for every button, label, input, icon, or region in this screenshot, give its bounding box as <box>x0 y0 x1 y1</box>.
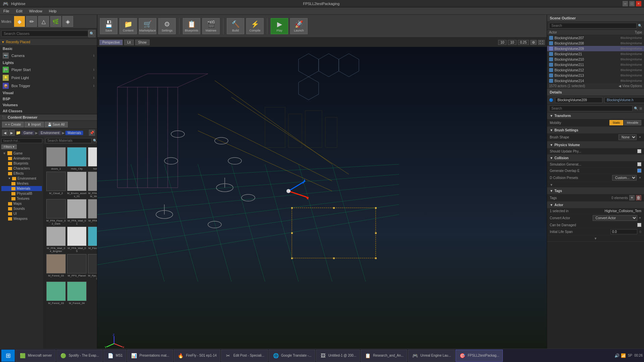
actor-name-input[interactable] <box>555 97 602 103</box>
sim-gen-checkbox[interactable] <box>637 162 641 166</box>
blueprints-btn[interactable]: 📋 Blueprints <box>183 18 200 34</box>
material-item-16[interactable]: M_Forest_03 <box>46 254 66 280</box>
static-mobility-btn[interactable]: Static <box>609 120 623 125</box>
tree-animations[interactable]: Animations <box>1 156 42 161</box>
recently-placed-header[interactable]: ▼ Recently Placed <box>1 40 96 45</box>
brush-shape-select[interactable]: None <box>619 134 637 140</box>
taskbar-research[interactable]: 📋 Research_and_An... <box>361 350 407 362</box>
can-be-damaged-checkbox[interactable] <box>637 223 641 227</box>
material-item-8[interactable]: M_FFA_Floor_02_Dark <box>46 199 66 225</box>
so-item-1[interactable]: BlockingVolume208 BlockingVolume <box>547 41 644 46</box>
import-btn[interactable]: ⬇ Import <box>24 122 44 127</box>
brush-settings-header[interactable]: ▼ Brush Settings <box>547 127 644 133</box>
so-item-0[interactable]: BlockingVolume207 BlockingVolume <box>547 35 644 41</box>
nav-forward-btn[interactable]: ▶ <box>9 130 15 136</box>
so-item-2[interactable]: BlockingVolume209 BlockingVolume <box>547 46 644 51</box>
show-btn[interactable]: Show <box>135 40 150 45</box>
category-basic[interactable]: Basic <box>0 46 97 52</box>
view-options-so[interactable]: ◀ View Options <box>619 84 642 88</box>
material-item-2[interactable]: holo_l1 <box>88 147 97 170</box>
taskbar-ms1[interactable]: 📄 MS1 <box>103 350 126 362</box>
nav-game[interactable]: Game <box>21 131 35 135</box>
initial-life-input[interactable] <box>610 229 637 234</box>
start-button[interactable]: ⊞ <box>1 350 15 362</box>
material-item-5[interactable]: M_Enviro_assets_01 <box>67 172 87 198</box>
physics-volume-header[interactable]: ▼ Physics Volume <box>547 142 644 148</box>
tree-blueprints[interactable]: Blueprints <box>1 161 42 166</box>
material-item-17[interactable]: M_FPS_Planet <box>67 254 87 280</box>
maximize-btn[interactable]: □ <box>629 1 635 6</box>
placed-item-point-light[interactable]: 💡 Point Light ℹ <box>0 74 97 82</box>
tree-materials[interactable]: Materials <box>1 186 42 191</box>
material-item-12[interactable]: M_FFA_Wall_04_Brighter <box>46 227 66 253</box>
tree-maps[interactable]: Maps <box>1 201 42 206</box>
so-item-7[interactable]: BlockingVolume213 BlockingVolume <box>547 73 644 78</box>
collision-expand-icon[interactable]: ▼ <box>550 183 553 187</box>
menu-file[interactable]: File <box>0 8 13 14</box>
tree-game[interactable]: ▼ Game <box>1 150 42 156</box>
category-visual[interactable]: Visual <box>0 90 97 96</box>
so-item-3[interactable]: BlockingVolume21 BlockingVolume <box>547 51 644 57</box>
taskbar-presentations[interactable]: 📊 Presentations mat... <box>127 350 173 362</box>
material-item-10[interactable]: M_FFA_Wall_04 <box>88 199 97 225</box>
taskbar-firefly[interactable]: 🔥 FireFly - S01 ep1-14 <box>174 350 220 362</box>
category-lights[interactable]: Lights <box>0 60 97 66</box>
tree-characters[interactable]: Characters <box>1 166 42 171</box>
so-item-4[interactable]: BlockingVolume210 BlockingVolume <box>547 57 644 62</box>
so-item-6[interactable]: BlockingVolume212 BlockingVolume <box>547 67 644 73</box>
so-item-8[interactable]: BlockingVolume214 BlockingVolume <box>547 78 644 83</box>
material-item-13[interactable]: M_FFA_Wall_05 <box>67 227 87 253</box>
tags-delete-btn[interactable]: 🗑 <box>636 195 641 200</box>
viewport[interactable]: Perspective Lit Show 10 10 0.25 ⚙ ⛶ <box>97 38 547 362</box>
search-materials-input[interactable] <box>46 138 92 143</box>
viewport-settings-btn[interactable]: ⚙ <box>530 40 537 45</box>
minimize-btn[interactable]: ─ <box>623 1 628 6</box>
category-volumes[interactable]: Volumes <box>0 102 97 108</box>
category-bsp[interactable]: BSP <box>0 96 97 102</box>
tree-ui[interactable]: UI <box>1 211 42 216</box>
taskbar-fpsll2[interactable]: 🎯 FPSLL2testPackag... <box>455 350 503 362</box>
mode-foliage-btn[interactable]: 🌿 <box>50 16 61 27</box>
search-folder-input[interactable] <box>1 138 42 143</box>
placed-item-player-start[interactable]: 🏁 Player Start ℹ <box>0 66 97 74</box>
tree-environment[interactable]: ▼ Environment <box>1 176 42 181</box>
material-item-20[interactable]: M_Forest_03 <box>46 282 66 305</box>
launch-btn[interactable]: 🚀 Launch <box>290 18 308 34</box>
viewport-maximize-btn[interactable]: ⛶ <box>538 40 545 45</box>
mode-landscape-btn[interactable]: △ <box>38 16 49 27</box>
taskbar-spotify[interactable]: 🟢 Spotify - The Evap... <box>56 350 103 362</box>
collision-header[interactable]: ▼ Collision <box>547 155 644 161</box>
taskbar-untitled[interactable]: 🖼 Untitled-1 @ 200... <box>316 350 360 362</box>
transform-header[interactable]: ▼ Transform <box>547 113 644 119</box>
tags-header[interactable]: ▼ Tags <box>547 188 644 194</box>
build-btn[interactable]: 🔨 Build <box>227 18 244 34</box>
matinee-btn[interactable]: 🎬 Matinee <box>202 18 220 34</box>
tree-sounds[interactable]: Sounds <box>1 206 42 211</box>
material-item-0[interactable]: doors_1 <box>46 147 66 170</box>
actor-section-header[interactable]: ▼ Actor <box>547 202 644 208</box>
material-item-18[interactable]: M_Fpc_Vista_City <box>88 254 97 280</box>
collision-presets-select[interactable]: Custom... <box>612 175 637 181</box>
nav-environment[interactable]: Environment <box>39 131 61 135</box>
gen-overlap-checkbox[interactable] <box>637 169 641 173</box>
details-grid-icon[interactable]: ⊞ <box>639 107 642 110</box>
tree-weapons[interactable]: Weapons <box>1 216 42 221</box>
tags-add-btn[interactable]: + <box>629 195 635 200</box>
scene-outliner-search-input[interactable] <box>549 23 637 28</box>
taskbar-minecraft[interactable]: 🟩 Minecraft server <box>15 350 56 362</box>
nav-pin-btn[interactable]: 📌 <box>89 130 95 136</box>
perspective-btn[interactable]: Perspective <box>99 40 123 45</box>
taskbar-editpost[interactable]: ✂ Edit Post - Speciali... <box>221 350 268 362</box>
play-btn[interactable]: ▶ Play <box>271 18 288 34</box>
physics-update-checkbox[interactable] <box>637 149 641 153</box>
search-classes-btn[interactable]: 🔍 <box>88 30 96 37</box>
tree-textures[interactable]: Textures <box>1 196 42 201</box>
details-search-input[interactable] <box>549 106 633 111</box>
filters-btn[interactable]: Filters ▾ <box>1 144 17 149</box>
create-btn[interactable]: + + Create <box>2 122 24 127</box>
actor-file-input[interactable] <box>604 97 644 103</box>
placed-item-box-trigger[interactable]: 📦 Box Trigger ℹ <box>0 82 97 90</box>
mode-place-btn[interactable]: ◆ <box>14 16 25 27</box>
convert-actor-select[interactable]: Convert Actor <box>593 215 638 221</box>
movable-mobility-btn[interactable]: Movable <box>624 120 641 125</box>
